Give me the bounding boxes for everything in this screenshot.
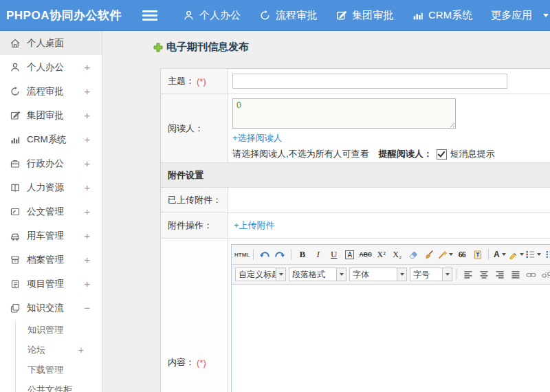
strikethrough-button[interactable]: ABC xyxy=(358,248,373,261)
highlighter-icon xyxy=(508,250,518,259)
sidebar-item-project-management[interactable]: 项目管理 + xyxy=(0,272,102,296)
green-plus-icon xyxy=(153,43,163,52)
caret-down-icon xyxy=(276,268,285,281)
blockquote-button[interactable]: 66 xyxy=(454,248,469,261)
bold-button[interactable]: B xyxy=(295,248,309,261)
topnav-workflow-approval[interactable]: 流程审批 xyxy=(259,9,317,22)
editor-content-area[interactable] xyxy=(232,285,550,392)
align-right-button[interactable] xyxy=(492,268,507,281)
font-size-select[interactable]: 字号 xyxy=(410,268,452,281)
expand-plus-icon[interactable]: + xyxy=(84,61,90,73)
editor-toolbar-row1: HTML B I U A ABC X² xyxy=(232,245,550,265)
ordered-list-icon xyxy=(525,250,535,259)
font-color-button[interactable]: A xyxy=(492,248,507,261)
topnav-group-approval[interactable]: 集团审批 xyxy=(336,9,393,22)
italic-button[interactable]: I xyxy=(311,248,325,261)
submenu-item-forum[interactable]: 论坛 + xyxy=(0,340,102,360)
autotypeset-button[interactable] xyxy=(437,248,453,261)
highlight-color-button[interactable] xyxy=(508,248,524,261)
toolbar-separator xyxy=(291,249,292,260)
sidebar-item-crm-system[interactable]: CRM系统 + xyxy=(0,127,102,151)
submenu-item-label: 下载管理 xyxy=(28,364,63,376)
archive-icon xyxy=(10,254,21,265)
subject-label: 主题： xyxy=(168,75,195,87)
submenu-item-knowledge-management[interactable]: 知识管理 xyxy=(0,320,102,340)
redo-button[interactable] xyxy=(273,248,287,261)
top-bar: PHPOA协同办公软件 个人办公 流程审批 集团审批 CRM系统 更多应用 xyxy=(0,0,550,31)
undo-button[interactable] xyxy=(257,248,272,261)
remove-link-button[interactable] xyxy=(540,268,550,281)
format-painter-button[interactable] xyxy=(421,248,436,261)
unordered-list-button[interactable] xyxy=(542,248,550,261)
sidebar-item-label: 知识交流 xyxy=(27,302,64,314)
submenu-item-download-management[interactable]: 下载管理 xyxy=(0,360,102,380)
expand-plus-icon[interactable]: + xyxy=(84,157,90,169)
custom-title-select[interactable]: 自定义标题 xyxy=(235,268,286,281)
rich-text-editor: HTML B I U A ABC X² xyxy=(231,244,550,392)
expand-plus-icon[interactable]: + xyxy=(84,206,90,217)
sidebar-item-label: 档案管理 xyxy=(27,254,64,266)
bar-chart-icon xyxy=(412,10,424,21)
submenu-item-label: 论坛 xyxy=(28,344,45,356)
sidebar-item-label: 集团审批 xyxy=(27,109,64,122)
topnav-more-apps[interactable]: 更多应用 xyxy=(491,9,549,22)
upload-attachment-link[interactable]: +上传附件 xyxy=(234,219,275,232)
caret-down-icon xyxy=(336,268,346,281)
font-family-select[interactable]: 字体 xyxy=(349,268,407,281)
sidebar-item-human-resources[interactable]: 人力资源 + xyxy=(0,175,102,199)
expand-plus-icon[interactable]: + xyxy=(84,254,90,265)
expand-plus-icon[interactable]: + xyxy=(84,182,90,193)
subject-input[interactable] xyxy=(232,74,507,89)
sms-notify-checkbox[interactable] xyxy=(437,149,447,160)
sidebar-item-workflow-approval[interactable]: 流程审批 + xyxy=(0,79,102,103)
font-style-button[interactable]: A xyxy=(342,248,357,261)
expand-plus-icon[interactable]: + xyxy=(84,230,90,241)
expand-plus-icon[interactable]: + xyxy=(84,133,90,145)
paste-text-button[interactable] xyxy=(470,248,485,261)
sidebar-item-vehicle-management[interactable]: 用车管理 + xyxy=(0,224,102,248)
insert-link-button[interactable] xyxy=(524,268,538,281)
align-left-button[interactable] xyxy=(461,268,475,281)
unlink-icon xyxy=(542,270,550,280)
sidebar-item-knowledge-exchange[interactable]: 知识交流 − xyxy=(0,296,102,320)
sidebar-item-group-approval[interactable]: 集团审批 + xyxy=(0,103,102,127)
submenu-item-label: 公共文件柜 xyxy=(28,384,72,392)
sidebar-item-label: 项目管理 xyxy=(27,278,64,290)
reader-textarea[interactable]: 0 xyxy=(232,98,456,129)
remove-format-button[interactable] xyxy=(406,248,420,261)
magic-wand-icon xyxy=(437,250,447,259)
subject-value-cell xyxy=(228,69,550,94)
topnav-personal-office[interactable]: 个人办公 xyxy=(183,9,241,22)
expand-plus-icon[interactable]: + xyxy=(84,109,90,121)
sidebar-item-archive-management[interactable]: 档案管理 + xyxy=(0,248,102,272)
paragraph-format-select[interactable]: 段落格式 xyxy=(289,268,346,281)
car-icon xyxy=(10,230,21,241)
sidebar-item-document-management[interactable]: 公文管理 + xyxy=(0,199,102,224)
expand-plus-icon[interactable]: + xyxy=(84,85,90,97)
choose-reader-link[interactable]: +选择阅读人 xyxy=(232,132,283,144)
html-source-button[interactable]: HTML xyxy=(234,248,250,261)
required-mark: (*) xyxy=(197,76,206,87)
sidebar-item-personal-office[interactable]: 个人办公 + xyxy=(0,55,102,79)
underline-button[interactable]: U xyxy=(327,248,341,261)
hamburger-menu-icon[interactable] xyxy=(142,10,157,21)
reader-hint-row: 请选择阅读人,不选为所有人可查看 提醒阅读人： 短消息提示 xyxy=(232,148,550,160)
align-justify-button[interactable] xyxy=(508,268,522,281)
submenu-item-public-file-cabinet[interactable]: 公共文件柜 xyxy=(0,380,102,392)
subscript-button[interactable]: X₂ xyxy=(390,248,404,261)
caret-down-icon xyxy=(537,253,541,256)
person-icon xyxy=(10,62,21,73)
ordered-list-button[interactable] xyxy=(525,248,541,261)
uploaded-value-cell xyxy=(228,188,550,212)
collapse-minus-icon[interactable]: − xyxy=(84,302,90,314)
toolbar-separator xyxy=(488,249,489,260)
topnav-crm-system[interactable]: CRM系统 xyxy=(412,9,472,22)
align-center-button[interactable] xyxy=(476,268,491,281)
app-logo: PHPOA协同办公软件 xyxy=(0,8,142,23)
reader-label-cell: 阅读人： xyxy=(161,94,228,162)
sidebar-item-admin-office[interactable]: 行政办公 + xyxy=(0,151,102,175)
superscript-button[interactable]: X² xyxy=(374,248,388,261)
expand-plus-icon[interactable]: + xyxy=(84,278,90,290)
expand-plus-icon[interactable]: + xyxy=(78,345,84,356)
sidebar-item-personal-desktop[interactable]: 个人桌面 xyxy=(0,31,102,55)
